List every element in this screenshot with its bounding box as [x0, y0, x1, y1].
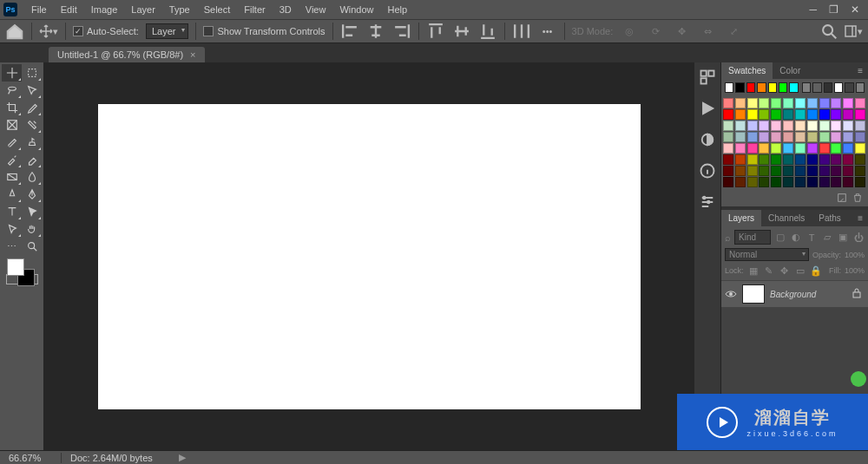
new-swatch-icon[interactable] [837, 193, 847, 203]
align-top-icon[interactable] [426, 22, 445, 41]
more-icon[interactable]: ••• [538, 22, 557, 41]
distribute-icon[interactable] [512, 22, 531, 41]
swatch[interactable] [807, 109, 818, 120]
path-select-tool[interactable] [22, 203, 42, 220]
swatch[interactable] [795, 166, 806, 176]
filter-shape-icon[interactable]: ▱ [821, 232, 833, 244]
panel-menu-icon[interactable]: ≡ [852, 62, 868, 79]
swatch[interactable] [843, 143, 853, 154]
hand-tool[interactable] [22, 220, 42, 238]
layer-row-background[interactable]: Background [721, 280, 868, 308]
swatch[interactable] [759, 109, 769, 120]
swatch[interactable] [771, 143, 781, 154]
align-right-icon[interactable] [392, 22, 411, 41]
swatch[interactable] [795, 109, 806, 120]
menu-image[interactable]: Image [84, 2, 125, 17]
swatch[interactable] [819, 177, 830, 187]
canvas-area[interactable] [43, 62, 694, 450]
swatch[interactable] [747, 98, 758, 108]
align-middle-v-icon[interactable] [452, 22, 471, 41]
swatch[interactable] [779, 82, 787, 93]
lock-artboard-icon[interactable]: ▭ [794, 265, 806, 277]
foreground-color[interactable] [7, 258, 24, 276]
swatch[interactable] [807, 121, 818, 131]
swatch[interactable] [819, 109, 830, 120]
opacity-value[interactable]: 100% [845, 251, 865, 259]
swatch[interactable] [843, 132, 853, 142]
blend-mode-dropdown[interactable]: Normal [725, 248, 809, 261]
swatch[interactable] [783, 132, 793, 142]
swatch[interactable] [843, 166, 853, 176]
foreground-background-colors[interactable] [2, 255, 42, 290]
menu-view[interactable]: View [299, 2, 333, 17]
swatch[interactable] [795, 132, 806, 142]
delete-swatch-icon[interactable] [852, 193, 863, 203]
swatch[interactable] [802, 82, 811, 93]
gradient-tool[interactable] [2, 168, 22, 186]
swatch[interactable] [795, 154, 806, 165]
swatch[interactable] [735, 177, 746, 187]
swatch[interactable] [831, 132, 841, 142]
align-left-icon[interactable] [340, 22, 359, 41]
swatch[interactable] [831, 109, 841, 120]
rectangle-tool[interactable] [2, 220, 22, 238]
swatch[interactable] [783, 166, 793, 176]
layers-tab[interactable]: Layers [721, 210, 761, 226]
layer-name[interactable]: Background [770, 290, 816, 299]
swatch[interactable] [855, 109, 865, 120]
visibility-icon[interactable] [725, 290, 737, 298]
adjustments-panel-icon[interactable] [699, 132, 716, 147]
move-tool[interactable] [2, 64, 22, 82]
menu-filter[interactable]: Filter [237, 2, 272, 17]
swatch[interactable] [747, 143, 758, 154]
auto-select-dropdown[interactable]: Layer [146, 23, 189, 39]
move-tool-icon[interactable]: ▾ [39, 22, 58, 41]
lock-all-icon[interactable]: 🔒 [810, 265, 822, 277]
swatch[interactable] [807, 132, 818, 142]
home-icon[interactable] [5, 22, 24, 41]
swatch[interactable] [789, 82, 798, 93]
properties-panel-icon[interactable] [699, 194, 716, 210]
swatch[interactable] [783, 109, 793, 120]
document-tab[interactable]: Untitled-1 @ 66.7% (RGB/8#) × [49, 47, 205, 62]
swatch[interactable] [771, 166, 781, 176]
blur-tool[interactable] [22, 168, 42, 186]
swatch[interactable] [819, 121, 830, 131]
swatch[interactable] [819, 154, 830, 165]
status-zoom[interactable]: 66.67% [0, 453, 61, 463]
swatch[interactable] [723, 166, 733, 176]
swatch[interactable] [735, 109, 746, 120]
spot-heal-tool[interactable] [22, 116, 42, 134]
status-doc-info[interactable]: Doc: 2.64M/0 bytes [61, 453, 153, 463]
panel-menu-icon[interactable]: ≡ [852, 210, 868, 226]
swatch[interactable] [834, 82, 843, 93]
swatch[interactable] [831, 143, 841, 154]
swatch[interactable] [747, 132, 758, 142]
swatch[interactable] [759, 166, 769, 176]
menu-window[interactable]: Window [332, 2, 380, 17]
swatch[interactable] [855, 143, 865, 154]
swatch[interactable] [783, 143, 793, 154]
fill-value[interactable]: 100% [845, 266, 865, 275]
crop-tool[interactable] [2, 99, 22, 116]
swatch[interactable] [783, 154, 793, 165]
swatch[interactable] [735, 154, 746, 165]
eyedropper-tool[interactable] [22, 99, 42, 116]
swatch[interactable] [723, 177, 733, 187]
swatch[interactable] [831, 98, 841, 108]
dodge-tool[interactable] [2, 186, 22, 203]
swatch[interactable] [807, 166, 818, 176]
lock-position-icon[interactable]: ✥ [779, 265, 791, 277]
menu-select[interactable]: Select [197, 2, 238, 17]
swatch[interactable] [725, 82, 733, 93]
swatch[interactable] [747, 121, 758, 131]
swatch[interactable] [795, 143, 806, 154]
close-tab-icon[interactable]: × [190, 49, 195, 60]
swatch[interactable] [759, 98, 769, 108]
swatch[interactable] [747, 109, 758, 120]
search-icon[interactable] [819, 22, 838, 41]
swatch[interactable] [771, 98, 781, 108]
align-center-h-icon[interactable] [366, 22, 385, 41]
swatch[interactable] [735, 143, 746, 154]
menu-layer[interactable]: Layer [124, 2, 162, 17]
